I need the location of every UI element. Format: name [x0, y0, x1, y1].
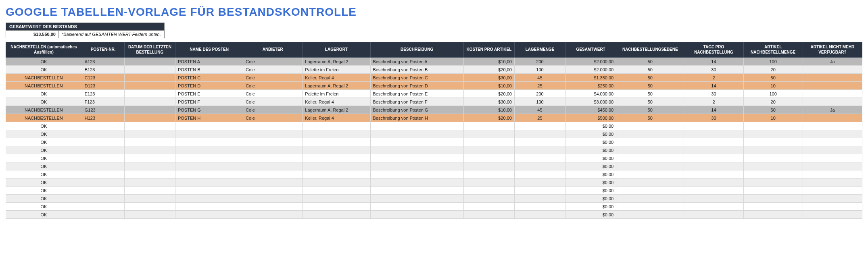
cell-level[interactable]	[616, 162, 684, 170]
cell-location[interactable]	[303, 130, 370, 138]
cell-reorder[interactable]: OK	[6, 58, 82, 66]
cell-location[interactable]	[303, 195, 370, 203]
cell-vendor[interactable]: Cole	[243, 98, 303, 106]
cell-name[interactable]: POSTEN F	[175, 98, 243, 106]
cell-disc[interactable]: Ja	[803, 106, 862, 114]
cell-desc[interactable]	[370, 187, 463, 195]
cell-desc[interactable]	[370, 170, 463, 178]
cell-location[interactable]	[303, 178, 370, 187]
cell-last_order[interactable]	[124, 187, 175, 195]
cell-reorder[interactable]: OK	[6, 178, 82, 187]
cell-location[interactable]	[303, 203, 370, 211]
cell-last_order[interactable]	[124, 211, 175, 219]
cell-days[interactable]	[684, 195, 743, 203]
cell-stock[interactable]: 100	[514, 66, 565, 74]
cell-reorder[interactable]: OK	[6, 203, 82, 211]
cell-total[interactable]: $2.000,00	[565, 58, 616, 66]
cell-vendor[interactable]	[243, 154, 303, 162]
cell-reorder[interactable]: NACHBESTELLEN	[6, 82, 82, 90]
cell-reorder[interactable]: OK	[6, 98, 82, 106]
cell-desc[interactable]	[370, 130, 463, 138]
cell-last_order[interactable]	[124, 74, 175, 82]
cell-cost[interactable]	[463, 195, 514, 203]
cell-item_no[interactable]: C123	[82, 74, 124, 82]
cell-level[interactable]	[616, 178, 684, 187]
cell-stock[interactable]	[514, 178, 565, 187]
table-row[interactable]: NACHBESTELLEND123POSTEN DColeLagerraum A…	[6, 82, 862, 90]
cell-qty[interactable]: 100	[743, 90, 803, 98]
cell-qty[interactable]	[743, 122, 803, 130]
cell-name[interactable]: POSTEN E	[175, 90, 243, 98]
cell-cost[interactable]	[463, 146, 514, 154]
table-row[interactable]: OK$0,00	[6, 154, 862, 162]
cell-total[interactable]: $0,00	[565, 178, 616, 187]
cell-total[interactable]: $0,00	[565, 138, 616, 146]
cell-item_no[interactable]	[82, 178, 124, 187]
cell-days[interactable]: 14	[684, 58, 743, 66]
cell-total[interactable]: $4.000,00	[565, 90, 616, 98]
cell-level[interactable]	[616, 170, 684, 178]
cell-desc[interactable]	[370, 195, 463, 203]
cell-location[interactable]	[303, 162, 370, 170]
cell-level[interactable]	[616, 187, 684, 195]
cell-qty[interactable]	[743, 130, 803, 138]
cell-vendor[interactable]: Cole	[243, 106, 303, 114]
cell-level[interactable]: 50	[616, 114, 684, 122]
cell-stock[interactable]	[514, 146, 565, 154]
cell-disc[interactable]	[803, 122, 862, 130]
cell-level[interactable]	[616, 122, 684, 130]
cell-desc[interactable]: Beschreibung von Posten A	[370, 58, 463, 66]
cell-level[interactable]	[616, 130, 684, 138]
cell-days[interactable]	[684, 130, 743, 138]
cell-stock[interactable]: 200	[514, 58, 565, 66]
cell-name[interactable]	[175, 154, 243, 162]
cell-total[interactable]: $0,00	[565, 146, 616, 154]
cell-stock[interactable]: 25	[514, 82, 565, 90]
cell-item_no[interactable]	[82, 170, 124, 178]
cell-total[interactable]: $0,00	[565, 154, 616, 162]
cell-location[interactable]	[303, 187, 370, 195]
cell-reorder[interactable]: NACHBESTELLEN	[6, 106, 82, 114]
cell-qty[interactable]	[743, 154, 803, 162]
cell-reorder[interactable]: OK	[6, 138, 82, 146]
cell-stock[interactable]	[514, 122, 565, 130]
cell-item_no[interactable]: D123	[82, 82, 124, 90]
cell-total[interactable]: $450,00	[565, 106, 616, 114]
cell-location[interactable]: Keller, Regal 4	[303, 74, 370, 82]
cell-qty[interactable]: 20	[743, 66, 803, 74]
cell-location[interactable]: Keller, Regal 4	[303, 98, 370, 106]
cell-desc[interactable]: Beschreibung von Posten C	[370, 74, 463, 82]
cell-cost[interactable]: $20,00	[463, 114, 514, 122]
cell-total[interactable]: $0,00	[565, 162, 616, 170]
cell-days[interactable]: 14	[684, 106, 743, 114]
cell-name[interactable]: POSTEN H	[175, 114, 243, 122]
table-row[interactable]: NACHBESTELLENH123POSTEN HColeKeller, Reg…	[6, 114, 862, 122]
cell-days[interactable]	[684, 146, 743, 154]
cell-total[interactable]: $0,00	[565, 203, 616, 211]
cell-days[interactable]: 2	[684, 74, 743, 82]
cell-location[interactable]: Lagerraum A, Regal 2	[303, 82, 370, 90]
cell-desc[interactable]	[370, 138, 463, 146]
table-row[interactable]: OK$0,00	[6, 211, 862, 219]
cell-item_no[interactable]	[82, 211, 124, 219]
cell-vendor[interactable]: Cole	[243, 90, 303, 98]
table-row[interactable]: OK$0,00	[6, 178, 862, 187]
cell-name[interactable]: POSTEN A	[175, 58, 243, 66]
cell-stock[interactable]: 100	[514, 98, 565, 106]
cell-location[interactable]	[303, 146, 370, 154]
cell-qty[interactable]: 50	[743, 74, 803, 82]
cell-cost[interactable]: $30,00	[463, 98, 514, 106]
cell-location[interactable]	[303, 170, 370, 178]
cell-vendor[interactable]: Cole	[243, 82, 303, 90]
cell-days[interactable]: 30	[684, 66, 743, 74]
cell-last_order[interactable]	[124, 114, 175, 122]
cell-last_order[interactable]	[124, 138, 175, 146]
cell-item_no[interactable]: B123	[82, 66, 124, 74]
cell-last_order[interactable]	[124, 58, 175, 66]
cell-desc[interactable]: Beschreibung von Posten H	[370, 114, 463, 122]
cell-reorder[interactable]: NACHBESTELLEN	[6, 74, 82, 82]
cell-reorder[interactable]: OK	[6, 122, 82, 130]
cell-level[interactable]	[616, 154, 684, 162]
cell-reorder[interactable]: NACHBESTELLEN	[6, 114, 82, 122]
cell-qty[interactable]	[743, 138, 803, 146]
